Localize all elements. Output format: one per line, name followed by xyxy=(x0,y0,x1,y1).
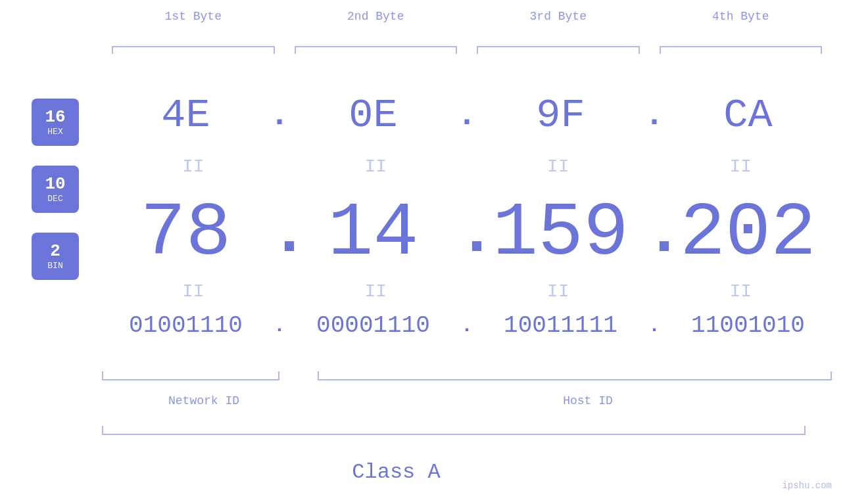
host-id-label: Host ID xyxy=(344,394,832,407)
hex-badge: 16 HEX xyxy=(32,99,79,146)
dec-base-number: 10 xyxy=(45,175,65,194)
col-header-1: 1st Byte xyxy=(102,10,285,23)
top-bracket-3 xyxy=(467,46,650,47)
eq-hex-dec-2: II xyxy=(285,158,468,176)
main-container: 16 HEX 10 DEC 2 BIN 1st Byte 2nd Byte 3r… xyxy=(0,0,845,504)
base-badges: 16 HEX 10 DEC 2 BIN xyxy=(32,99,79,280)
hex-byte-2: 0E xyxy=(289,92,457,139)
eq-hex-dec-3: II xyxy=(467,158,650,176)
bin-byte-4: 11001010 xyxy=(664,312,832,339)
bin-badge: 2 BIN xyxy=(32,233,79,280)
dec-badge: 10 DEC xyxy=(32,166,79,213)
top-bracket-line-3 xyxy=(477,46,640,47)
bin-dot-2: . xyxy=(457,315,477,337)
hex-byte-1: 4E xyxy=(102,92,270,139)
bin-base-number: 2 xyxy=(50,242,60,261)
hex-base-label: HEX xyxy=(47,127,62,137)
column-headers: 1st Byte 2nd Byte 3rd Byte 4th Byte xyxy=(102,10,832,23)
dec-dot-1: . xyxy=(270,196,289,271)
col-header-4: 4th Byte xyxy=(650,10,833,23)
hex-byte-3: 9F xyxy=(477,92,644,139)
id-labels: Network ID Host ID xyxy=(102,394,832,407)
network-id-bracket xyxy=(102,371,279,380)
bin-byte-1: 01001110 xyxy=(102,312,270,339)
eq-dec-bin-3: II xyxy=(467,283,650,301)
top-bracket-line-4 xyxy=(660,46,823,47)
bin-dot-1: . xyxy=(270,315,289,337)
hex-base-number: 16 xyxy=(45,108,65,127)
dec-byte-4: 202 xyxy=(664,191,832,277)
top-bracket-line-1 xyxy=(112,46,275,47)
eq-hex-dec-1: II xyxy=(102,158,285,176)
eq-signs-hex-dec: II II II II xyxy=(102,158,832,176)
dec-dot-2: . xyxy=(457,196,477,271)
hex-byte-4: CA xyxy=(664,92,832,139)
bin-base-label: BIN xyxy=(47,261,62,271)
bin-dot-3: . xyxy=(644,315,664,337)
dec-row: 78 . 14 . 159 . 202 xyxy=(102,191,832,277)
eq-dec-bin-1: II xyxy=(102,283,285,301)
eq-dec-bin-4: II xyxy=(650,283,833,301)
eq-signs-dec-bin: II II II II xyxy=(102,283,832,301)
top-bracket-4 xyxy=(650,46,833,47)
network-id-label: Network ID xyxy=(102,394,306,407)
dec-byte-3: 159 xyxy=(477,191,644,277)
dec-base-label: DEC xyxy=(47,194,62,204)
eq-dec-bin-2: II xyxy=(285,283,468,301)
hex-dot-2: . xyxy=(457,97,477,134)
eq-hex-dec-4: II xyxy=(650,158,833,176)
class-a-bracket-container xyxy=(102,426,806,435)
bottom-brackets-area xyxy=(102,371,832,380)
class-a-label: Class A xyxy=(0,460,792,484)
top-bracket-line-2 xyxy=(295,46,458,47)
top-bracket-1 xyxy=(102,46,285,47)
hex-row: 4E . 0E . 9F . CA xyxy=(102,92,832,139)
bin-byte-2: 00001110 xyxy=(289,312,457,339)
hex-dot-1: . xyxy=(270,97,289,134)
top-brackets xyxy=(102,46,832,47)
bin-row: 01001110 . 00001110 . 10011111 . 1100101… xyxy=(102,312,832,339)
bin-byte-3: 10011111 xyxy=(477,312,644,339)
dec-byte-2: 14 xyxy=(289,191,457,277)
hex-dot-3: . xyxy=(644,97,664,134)
watermark: ipshu.com xyxy=(782,480,832,491)
col-header-3: 3rd Byte xyxy=(467,10,650,23)
dec-dot-3: . xyxy=(644,196,664,271)
col-header-2: 2nd Byte xyxy=(285,10,468,23)
class-a-bracket xyxy=(102,426,806,435)
dec-byte-1: 78 xyxy=(102,191,270,277)
top-bracket-2 xyxy=(285,46,468,47)
host-id-bracket xyxy=(318,371,832,380)
